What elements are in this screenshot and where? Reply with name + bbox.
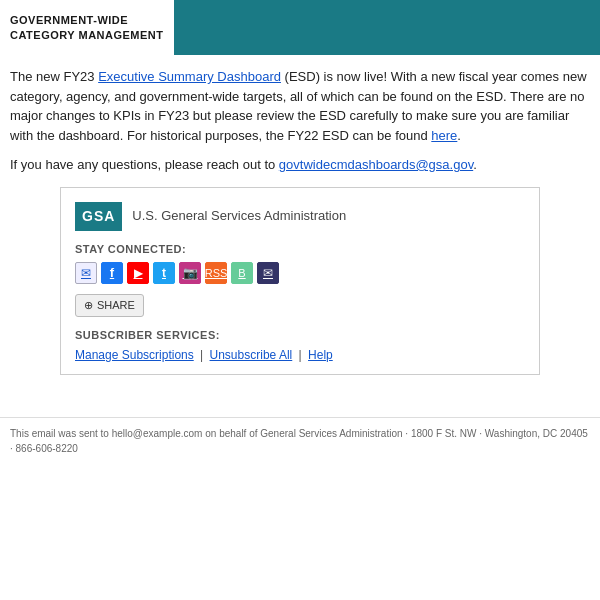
gsa-box: GSA U.S. General Services Administration… (60, 187, 540, 376)
paragraph1: The new FY23 Executive Summary Dashboard… (10, 67, 590, 145)
gsa-org-name: U.S. General Services Administration (132, 206, 346, 226)
subscriber-services-label: Subscriber Services: (75, 327, 525, 344)
header-logo: Government-Wide Category Management (0, 0, 174, 55)
email-link[interactable]: govtwidecmdashboards@gsa.gov (279, 157, 473, 172)
youtube-icon[interactable]: ▶ (127, 262, 149, 284)
para1-before: The new FY23 (10, 69, 98, 84)
gsa-logo-badge: GSA (75, 202, 122, 231)
share-label: SHARE (97, 297, 135, 314)
main-content: The new FY23 Executive Summary Dashboard… (0, 55, 600, 397)
footer: This email was sent to hello@example.com… (0, 417, 600, 464)
subscriber-links: Manage Subscriptions | Unsubscribe All |… (75, 346, 525, 364)
instagram-icon[interactable]: 📷 (179, 262, 201, 284)
manage-subscriptions-link[interactable]: Manage Subscriptions (75, 348, 194, 362)
unsubscribe-all-link[interactable]: Unsubscribe All (210, 348, 293, 362)
footer-text: This email was sent to hello@example.com… (10, 428, 588, 454)
header: Government-Wide Category Management (0, 0, 600, 55)
para2-end: . (473, 157, 477, 172)
paragraph2: If you have any questions, please reach … (10, 155, 590, 175)
header-logo-text: Government-Wide Category Management (10, 13, 164, 42)
logo-line1: Government-Wide (10, 13, 164, 27)
govdelivery-icon[interactable]: ✉ (75, 262, 97, 284)
help-link[interactable]: Help (308, 348, 333, 362)
para2-before: If you have any questions, please reach … (10, 157, 279, 172)
facebook-icon[interactable]: f (101, 262, 123, 284)
para1-end: . (457, 128, 461, 143)
share-icon: ⊕ (84, 297, 93, 314)
gsa-logo-row: GSA U.S. General Services Administration (75, 202, 525, 231)
email-signup-icon[interactable]: ✉ (257, 262, 279, 284)
share-button[interactable]: ⊕ SHARE (75, 294, 144, 317)
rss-icon[interactable]: RSS (205, 262, 227, 284)
divider2: | (299, 348, 305, 362)
divider1: | (200, 348, 206, 362)
stay-connected-label: Stay Connected: (75, 241, 525, 258)
logo-line2: Category Management (10, 28, 164, 42)
social-icons-row: ✉ f ▶ t 📷 RSS B ✉ (75, 262, 525, 284)
esd-link[interactable]: Executive Summary Dashboard (98, 69, 281, 84)
header-bar (174, 0, 600, 55)
here-link[interactable]: here (431, 128, 457, 143)
twitter-icon[interactable]: t (153, 262, 175, 284)
blog-icon[interactable]: B (231, 262, 253, 284)
